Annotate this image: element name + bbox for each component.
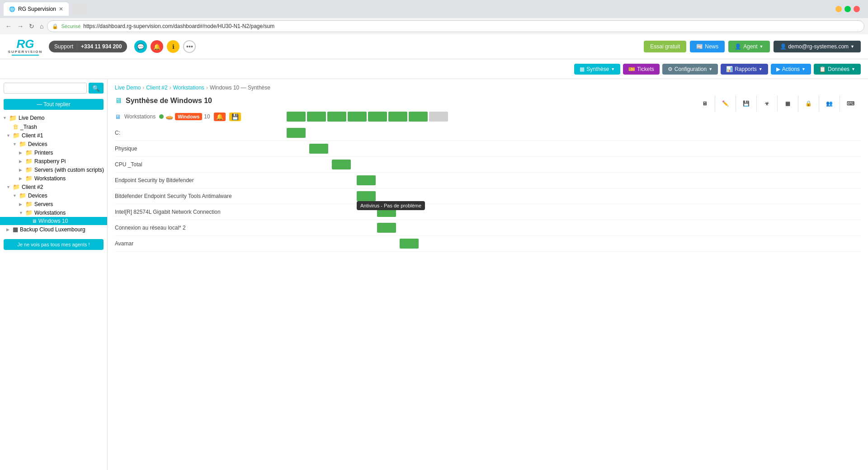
lock-icon-cell[interactable]: 🔒 [798,95,819,112]
sidebar-item-client2-devices[interactable]: ▼ 📁 Devices [0,191,107,200]
metric-row-intel: Intel[R] 82574L Gigabit Network Connecti… [115,204,861,220]
col-status-bars [287,112,861,122]
donnees-arrow: ▼ [851,67,855,71]
user-btn[interactable]: 👤 demo@rg-systemes.com ▼ [774,41,861,52]
logo-supervision: SUPERVISION [8,50,43,54]
search-input[interactable] [4,83,87,94]
windows-label: Windows [178,114,199,119]
synthese-title-area: 🖥 Synthèse de Windows 10 [115,97,694,110]
printers-folder-icon: 📁 [25,149,33,156]
toggle-icon: ▼ [6,133,11,138]
screenshot-icon-cell[interactable]: 🖥 [694,95,715,112]
tab-donnees[interactable]: 📋 Données ▼ [814,64,861,75]
news-icon: 📰 [696,43,703,50]
home-btn[interactable]: ⌂ [38,21,45,32]
metric-bars-c [287,128,861,138]
breadcrumb-sep1: › [142,85,144,91]
config-icon: ⚙ [668,66,673,72]
back-btn[interactable]: ← [4,21,14,32]
header-icons-area: 🖥 ✏️ 💾 ☣ ▦ 🔒 👥 ⌨ [694,95,861,112]
tab-synthese[interactable]: ▦ Synthèse ▼ [574,64,620,75]
address-bar[interactable]: 🔒 Sécurisé https://dashboard.rg-supervis… [47,20,864,32]
terminal-icon-cell[interactable]: ⌨ [840,95,861,112]
actions-arrow: ▼ [802,67,806,71]
tab-rapports[interactable]: 📊 Rapports ▼ [721,64,768,75]
toggle-icon: ▼ [6,185,11,189]
logo: RG SUPERVISION [7,35,43,58]
sidebar-item-workstations-c2[interactable]: ▼ 📁 Workstations [0,208,107,217]
edit-icon-cell[interactable]: ✏️ [715,95,736,112]
sidebar-item-client1[interactable]: ▼ 📁 Client #1 [0,131,107,140]
sidebar: 🔍 — Tout replier ▼ 📁 Live Demo 🗑 _Trash [0,79,108,470]
reply-all-btn[interactable]: — Tout replier [4,99,104,110]
secure-label: Sécurisé [61,24,80,29]
user-icon: 👤 [780,43,787,50]
agent-icon: 👤 [735,43,741,50]
grid-icon-cell[interactable]: ▦ [778,95,798,112]
tree: ▼ 📁 Live Demo 🗑 _Trash ▼ 📁 Client #1 [0,112,107,235]
tab-tickets[interactable]: 🎫 Tickets [623,64,660,75]
sidebar-item-servers-c2[interactable]: ▶ 📁 Servers [0,200,107,208]
alert-icon[interactable]: 🔔 [151,40,163,53]
reload-btn[interactable]: ↻ [27,21,36,32]
news-btn[interactable]: 📰 News [690,41,725,52]
not-visible-btn[interactable]: Je ne vois pas tous mes agents ! [4,239,104,250]
toggle-icon: ▼ [3,116,7,120]
servers-folder-icon: 📁 [25,166,33,173]
backup-label: Backup Cloud Luxembourg [20,226,85,233]
more-icon[interactable]: ••• [183,40,196,53]
close-btn[interactable] [854,6,860,12]
browser-tab[interactable]: 🌐 RG Supervision ✕ [4,2,69,16]
metric-row-physique: Physique [115,141,861,157]
client1-label: Client #1 [22,132,43,139]
workstations2-folder-icon: 📁 [25,209,33,216]
users-icon-cell[interactable]: 👥 [819,95,840,112]
tab-close-icon[interactable]: ✕ [59,6,63,12]
col-bar-1 [287,112,306,122]
news-label: News [705,43,718,50]
breadcrumb-workstations[interactable]: Workstations [173,85,204,91]
support-pill: Support +334 11 934 200 [49,41,127,52]
metric-label-c: C: [115,130,287,136]
breadcrumb-livedemo[interactable]: Live Demo [115,85,141,91]
bar-bitdefender-1 [357,191,376,201]
chat-icon[interactable]: 💬 [134,40,147,53]
monitor-header-icon: 🖥 [115,97,122,105]
col-bar-5 [368,112,387,122]
client2-label: Client #2 [22,184,43,190]
new-tab-btn[interactable] [74,4,85,14]
bar-physique-1 [309,144,328,154]
tab-actions[interactable]: ▶ Actions ▼ [771,64,811,75]
chip-icon-cell[interactable]: 💾 [736,95,757,112]
biohazard-icon-cell[interactable]: ☣ [757,95,778,112]
sidebar-item-client1-devices[interactable]: ▼ 📁 Devices [0,140,107,148]
maximize-btn[interactable] [844,6,851,12]
col-bar-3 [327,112,346,122]
col-bar-6 [388,112,407,122]
servers2-folder-icon: 📁 [25,201,33,207]
forward-btn[interactable]: → [15,21,25,32]
sidebar-item-workstations-c1[interactable]: ▶ 📁 Workstations [0,174,107,183]
tab-configuration[interactable]: ⚙ Configuration ▼ [662,64,718,75]
sidebar-item-trash[interactable]: 🗑 _Trash [0,122,107,131]
sidebar-item-raspberry[interactable]: ▶ 📁 Raspberry Pi [0,157,107,165]
main-area: 🔍 — Tout replier ▼ 📁 Live Demo 🗑 _Trash [0,79,868,470]
sidebar-item-printers[interactable]: ▶ 📁 Printers [0,148,107,157]
tree-root[interactable]: ▼ 📁 Live Demo [0,113,107,122]
essai-btn[interactable]: Essai gratuit [644,41,686,52]
sidebar-item-windows10[interactable]: 🖥 Windows 10 [0,217,107,225]
breadcrumb-client2[interactable]: Client #2 [146,85,167,91]
toggle-icon: ▶ [19,202,24,207]
status-dot [159,114,164,119]
metric-label-avamar: Avamar [115,240,287,247]
agent-btn[interactable]: 👤 Agent ▼ [728,41,769,52]
sidebar-item-client2[interactable]: ▼ 📁 Client #2 [0,183,107,191]
synthese-header: 🖥 Synthèse de Windows 10 [115,97,694,105]
windows10-label: Windows 10 [38,218,68,224]
sidebar-item-backup[interactable]: ▶ ▦ Backup Cloud Luxembourg [0,225,107,234]
minimize-btn[interactable] [835,6,842,12]
sidebar-item-servers-custom[interactable]: ▶ 📁 Servers (with custom scripts) [0,165,107,174]
search-button[interactable]: 🔍 [89,83,104,94]
info-icon[interactable]: ℹ [167,40,179,53]
yellow-icon: 💾 [229,113,241,121]
